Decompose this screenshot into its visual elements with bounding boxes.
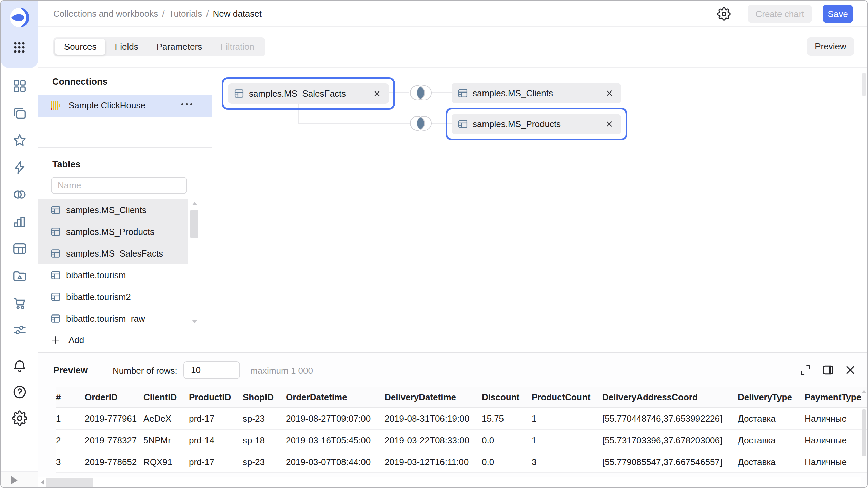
table-row: 32019-778652RQX91prd-17sp-232019-03-07T0…	[56, 451, 868, 473]
table-cell: 2019-03-12T16:11:00	[384, 451, 482, 473]
table-cell: Доставка	[738, 429, 805, 451]
table-list-item[interactable]: samples.MS_Products	[38, 221, 188, 243]
vertical-scrollbar[interactable]	[861, 387, 867, 487]
close-icon[interactable]	[373, 89, 381, 98]
bar-chart-icon[interactable]	[12, 214, 27, 229]
bell-icon[interactable]	[12, 359, 27, 374]
close-icon[interactable]	[605, 120, 614, 128]
source-node-clients[interactable]: samples.MS_Clients	[452, 83, 621, 103]
tables-title: Tables	[52, 159, 81, 170]
breadcrumb-tutorials[interactable]: Tutorials	[169, 8, 202, 19]
table-cell: [55.731703396,37.678203006]	[602, 429, 738, 451]
scroll-down-icon[interactable]	[192, 320, 197, 323]
table-cell: 1	[532, 429, 602, 451]
table-name: samples.MS_SalesFacts	[66, 248, 163, 259]
scrollbar-thumb[interactable]	[862, 409, 866, 456]
source-node-products[interactable]: samples.MS_Products	[452, 114, 621, 134]
table-search-input[interactable]	[51, 177, 187, 194]
preview-panel: Preview Number of rows: maximum 1 000	[38, 352, 867, 487]
scroll-up-icon[interactable]	[862, 390, 866, 393]
table-grid-icon	[51, 205, 61, 215]
rows-max-hint: maximum 1 000	[250, 366, 313, 376]
table-grid-icon[interactable]	[12, 241, 27, 257]
table-cell: RQX91	[143, 451, 189, 473]
tab-fields[interactable]: Fields	[105, 39, 147, 55]
grid-icon[interactable]	[12, 78, 27, 94]
column-header: OrderID	[85, 387, 143, 408]
table-name: bibattle.tourism2	[66, 292, 131, 302]
apps-grid-icon[interactable]	[13, 41, 25, 54]
star-icon[interactable]	[12, 133, 27, 148]
tab-sources[interactable]: Sources	[55, 39, 105, 55]
play-icon[interactable]	[11, 476, 18, 484]
table-row: 22019-7783275NPMrprd-14sp-182019-03-16T0…	[56, 429, 868, 451]
table-cell: prd-14	[189, 429, 243, 451]
preview-title: Preview	[53, 365, 88, 376]
split-view-icon[interactable]	[821, 363, 835, 377]
table-name: samples.MS_Clients	[66, 205, 146, 216]
scroll-up-icon[interactable]	[192, 202, 197, 205]
cart-icon[interactable]	[12, 295, 27, 311]
table-cell: 2	[56, 429, 85, 451]
scrollbar-thumb[interactable]	[190, 210, 198, 238]
table-cell: 2019-03-07T08:44:00	[286, 451, 384, 473]
folder-image-icon[interactable]	[12, 268, 27, 284]
datalens-logo[interactable]	[10, 8, 29, 27]
table-cell: sp-18	[243, 429, 286, 451]
top-bar: Collections and workbooks / Tutorials / …	[38, 1, 867, 27]
table-list-item[interactable]: bibattle.tourism2	[38, 286, 188, 308]
scrollbar-thumb[interactable]	[46, 478, 93, 487]
table-name: bibattle.tourism	[66, 270, 126, 281]
table-cell: AeDeX	[143, 408, 189, 429]
circles-icon[interactable]	[12, 187, 27, 202]
table-list-item[interactable]: samples.MS_SalesFacts	[38, 243, 188, 264]
canvas-scrollbar-thumb[interactable]	[862, 73, 866, 96]
preview-toggle-button[interactable]: Preview	[807, 37, 854, 56]
table-cell: 1	[56, 408, 85, 429]
tab-parameters[interactable]: Parameters	[147, 39, 211, 55]
create-chart-button[interactable]: Create chart	[748, 5, 812, 23]
table-row: 12019-777961AeDeXprd-17sp-232019-08-27T0…	[56, 408, 868, 429]
table-cell: prd-17	[189, 451, 243, 473]
folders-icon[interactable]	[12, 105, 27, 121]
table-cell: 2019-03-22T08:33:00	[384, 429, 482, 451]
table-cell: 5NPMr	[143, 429, 189, 451]
table-cell: sp-23	[243, 451, 286, 473]
source-node-salesfacts[interactable]: samples.MS_SalesFacts	[228, 83, 389, 104]
column-header: DeliveryAddressCoord	[602, 387, 738, 408]
table-cell: [55.779085547,37.667546557]	[602, 451, 738, 473]
datalens-dataset-editor: Collections and workbooks / Tutorials / …	[0, 0, 868, 488]
column-header: ClientID	[143, 387, 189, 408]
table-cell: prd-17	[189, 408, 243, 429]
close-icon[interactable]	[844, 363, 857, 377]
more-icon[interactable]	[181, 103, 192, 105]
node-label: samples.MS_Products	[473, 119, 605, 129]
breadcrumb-collections[interactable]: Collections and workbooks	[53, 8, 158, 19]
sliders-icon[interactable]	[12, 322, 27, 338]
gear-icon[interactable]	[12, 410, 27, 426]
table-cell: 2019-777961	[85, 408, 143, 429]
scroll-left-icon[interactable]	[41, 480, 44, 485]
sources-left-panel: Connections Sample ClickHouse Tables	[38, 68, 212, 352]
lightning-icon[interactable]	[12, 160, 27, 175]
horizontal-scrollbar[interactable]	[38, 477, 861, 487]
inner-join-icon[interactable]	[409, 85, 433, 101]
close-icon[interactable]	[605, 89, 614, 98]
sources-content: Connections Sample ClickHouse Tables	[38, 67, 867, 352]
join-line	[298, 123, 410, 124]
rows-count-input[interactable]	[183, 361, 240, 379]
table-list-item[interactable]: samples.MS_Clients	[38, 199, 188, 221]
add-table-button[interactable]: Add	[38, 329, 188, 350]
expand-icon[interactable]	[798, 363, 812, 377]
table-cell: Наличные	[805, 408, 868, 429]
table-grid-icon	[51, 292, 61, 302]
gear-icon[interactable]	[717, 7, 731, 21]
connection-item[interactable]: Sample ClickHouse	[38, 95, 212, 117]
save-button[interactable]: Save	[823, 5, 853, 23]
table-list-item[interactable]: bibattle.tourism	[38, 264, 188, 286]
add-table-label: Add	[68, 335, 84, 345]
table-cell: 15.75	[482, 408, 532, 429]
table-list-item[interactable]: bibattle.tourism_raw	[38, 308, 188, 329]
inner-join-icon[interactable]	[409, 115, 433, 131]
help-icon[interactable]	[12, 384, 27, 400]
